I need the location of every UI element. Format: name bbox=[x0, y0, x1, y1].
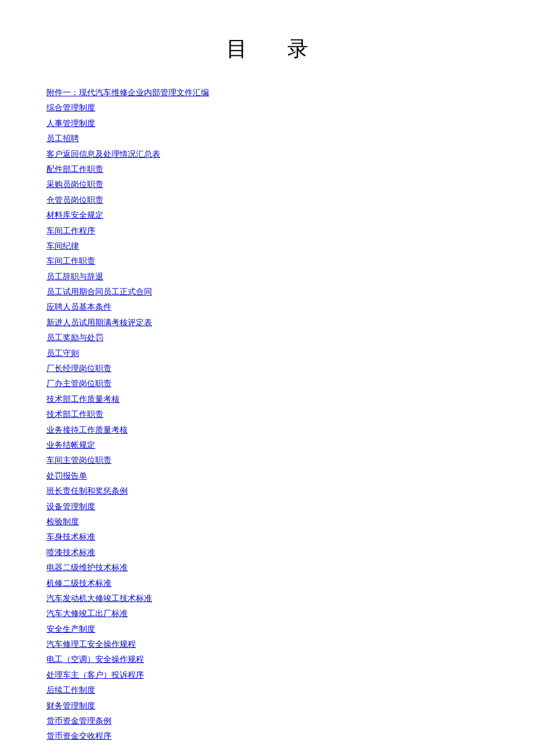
list-item: 采购员岗位职责 bbox=[46, 178, 488, 191]
list-item: 技术部工作职责 bbox=[46, 408, 488, 421]
toc-link-28[interactable]: 检验制度 bbox=[46, 517, 79, 526]
toc-link-10[interactable]: 车间纪律 bbox=[46, 242, 79, 250]
toc-link-38[interactable]: 处理车主（客户）投诉程序 bbox=[46, 671, 144, 679]
list-item: 材料库安全规定 bbox=[46, 209, 488, 222]
toc-link-41[interactable]: 货币资金管理条例 bbox=[46, 717, 111, 725]
list-item: 车间纪律 bbox=[46, 240, 488, 253]
list-item: 员工奖励与处罚 bbox=[46, 332, 488, 344]
toc-link-37[interactable]: 电工（空调）安全操作规程 bbox=[46, 655, 144, 664]
toc-link-36[interactable]: 汽车修理工安全操作规程 bbox=[46, 640, 136, 649]
list-item: 技术部工作质量考核 bbox=[46, 393, 488, 406]
toc-link-18[interactable]: 厂长经理岗位职责 bbox=[46, 364, 111, 373]
toc-link-15[interactable]: 新进人员试用期满考核评定表 bbox=[46, 318, 152, 327]
toc-link-34[interactable]: 汽车大修竣工出厂标准 bbox=[46, 609, 128, 618]
list-item: 电器二级维护技术标准 bbox=[46, 561, 488, 574]
list-item: 班长责任制和奖惩条例 bbox=[46, 485, 488, 498]
toc-link-32[interactable]: 机修二级技术标准 bbox=[46, 579, 111, 588]
toc-link-21[interactable]: 技术部工作职责 bbox=[46, 410, 103, 419]
toc-link-0[interactable]: 附件一：现代汽车维修企业内部管理文件汇编 bbox=[46, 88, 209, 97]
list-item: 业务接待工作质量考核 bbox=[46, 424, 488, 437]
toc-link-12[interactable]: 员工辞职与辞退 bbox=[46, 272, 103, 281]
page-title: 目 录 bbox=[46, 35, 488, 63]
list-item: 客户返回信息及处理情况汇总表 bbox=[46, 148, 488, 161]
list-item: 车间工作程序 bbox=[46, 225, 488, 237]
toc-link-3[interactable]: 员工招聘 bbox=[46, 134, 79, 143]
toc-link-5[interactable]: 配件部工作职责 bbox=[46, 165, 103, 174]
list-item: 货币资金交收程序 bbox=[46, 730, 488, 743]
list-item: 员工招聘 bbox=[46, 132, 488, 145]
list-item: 后续工作制度 bbox=[46, 684, 488, 697]
list-item: 货币资金管理条例 bbox=[46, 715, 488, 728]
toc-link-39[interactable]: 后续工作制度 bbox=[46, 686, 95, 694]
list-item: 机修二级技术标准 bbox=[46, 577, 488, 590]
toc-link-33[interactable]: 汽车发动机大修竣工技术标准 bbox=[46, 594, 152, 603]
list-item: 员工试用期合同员工正式合同 bbox=[46, 286, 488, 298]
list-item: 汽车修理工安全操作规程 bbox=[46, 638, 488, 651]
list-item: 处罚报告单 bbox=[46, 470, 488, 483]
list-item: 厂长经理岗位职责 bbox=[46, 362, 488, 375]
toc-link-2[interactable]: 人事管理制度 bbox=[46, 119, 95, 128]
list-item: 设备管理制度 bbox=[46, 501, 488, 513]
toc-link-8[interactable]: 材料库安全规定 bbox=[46, 211, 103, 219]
list-item: 厂办主管岗位职责 bbox=[46, 377, 488, 390]
toc-link-24[interactable]: 车间主管岗位职责 bbox=[46, 456, 111, 465]
list-item: 仓管员岗位职责 bbox=[46, 194, 488, 207]
list-item: 员工辞职与辞退 bbox=[46, 271, 488, 283]
toc-link-14[interactable]: 应聘人员基本条件 bbox=[46, 303, 111, 311]
toc-link-26[interactable]: 班长责任制和奖惩条例 bbox=[46, 487, 128, 495]
toc-link-31[interactable]: 电器二级维护技术标准 bbox=[46, 563, 128, 572]
toc-link-9[interactable]: 车间工作程序 bbox=[46, 226, 95, 235]
list-item: 汽车发动机大修竣工技术标准 bbox=[46, 592, 488, 605]
list-item: 检验制度 bbox=[46, 516, 488, 528]
toc-link-29[interactable]: 车身技术标准 bbox=[46, 532, 95, 541]
toc-link-6[interactable]: 采购员岗位职责 bbox=[46, 180, 103, 189]
list-item: 汽车大修竣工出厂标准 bbox=[46, 607, 488, 620]
toc-link-1[interactable]: 综合管理制度 bbox=[46, 103, 95, 112]
list-item: 配件部工作职责 bbox=[46, 163, 488, 176]
toc-link-22[interactable]: 业务接待工作质量考核 bbox=[46, 426, 128, 434]
list-item: 人事管理制度 bbox=[46, 117, 488, 130]
list-item: 车身技术标准 bbox=[46, 531, 488, 543]
list-item: 新进人员试用期满考核评定表 bbox=[46, 316, 488, 329]
toc-link-35[interactable]: 安全生产制度 bbox=[46, 625, 95, 633]
toc-link-40[interactable]: 财务管理制度 bbox=[46, 701, 95, 710]
toc-list: 附件一：现代汽车维修企业内部管理文件汇编综合管理制度人事管理制度员工招聘客户返回… bbox=[46, 87, 488, 743]
list-item: 应聘人员基本条件 bbox=[46, 301, 488, 314]
toc-link-17[interactable]: 员工守则 bbox=[46, 349, 79, 358]
toc-link-42[interactable]: 货币资金交收程序 bbox=[46, 732, 111, 740]
list-item: 员工守则 bbox=[46, 347, 488, 360]
toc-link-7[interactable]: 仓管员岗位职责 bbox=[46, 196, 103, 204]
list-item: 电工（空调）安全操作规程 bbox=[46, 653, 488, 666]
list-item: 业务结帐规定 bbox=[46, 439, 488, 452]
toc-link-16[interactable]: 员工奖励与处罚 bbox=[46, 333, 103, 342]
toc-link-27[interactable]: 设备管理制度 bbox=[46, 502, 95, 511]
toc-link-25[interactable]: 处罚报告单 bbox=[46, 471, 87, 480]
list-item: 安全生产制度 bbox=[46, 623, 488, 636]
list-item: 车间主管岗位职责 bbox=[46, 454, 488, 467]
list-item: 车间工作职责 bbox=[46, 255, 488, 268]
toc-link-19[interactable]: 厂办主管岗位职责 bbox=[46, 379, 111, 388]
toc-link-20[interactable]: 技术部工作质量考核 bbox=[46, 395, 120, 404]
list-item: 喷漆技术标准 bbox=[46, 546, 488, 559]
list-item: 处理车主（客户）投诉程序 bbox=[46, 669, 488, 682]
toc-link-13[interactable]: 员工试用期合同员工正式合同 bbox=[46, 287, 152, 296]
toc-link-4[interactable]: 客户返回信息及处理情况汇总表 bbox=[46, 150, 160, 159]
toc-link-30[interactable]: 喷漆技术标准 bbox=[46, 548, 95, 557]
toc-link-23[interactable]: 业务结帐规定 bbox=[46, 441, 95, 449]
list-item: 附件一：现代汽车维修企业内部管理文件汇编 bbox=[46, 87, 488, 99]
list-item: 综合管理制度 bbox=[46, 102, 488, 114]
list-item: 财务管理制度 bbox=[46, 700, 488, 712]
toc-link-11[interactable]: 车间工作职责 bbox=[46, 257, 95, 265]
